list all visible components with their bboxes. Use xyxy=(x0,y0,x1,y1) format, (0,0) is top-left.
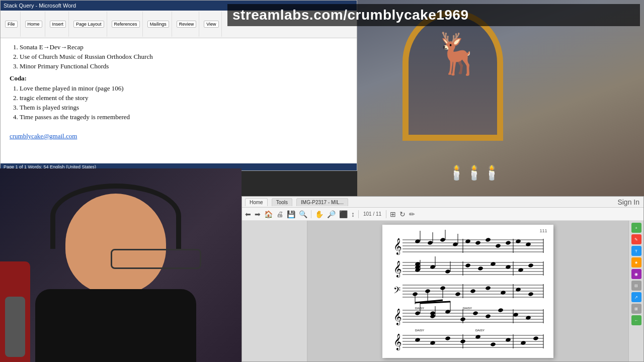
webcam-feed xyxy=(0,168,242,362)
streamlabs-url: streamlabs.com/crumblycake1969 xyxy=(227,7,469,23)
pdf-fit-btn[interactable]: ⊞ xyxy=(389,210,397,218)
pdf-annot-btn[interactable]: ✏ xyxy=(408,210,416,218)
pdf-score-page: 111 𝄞 xyxy=(382,225,553,358)
ribbon-file: File xyxy=(3,12,21,37)
toolbar-separator xyxy=(311,210,311,218)
pdf-hand-btn[interactable]: ✋ xyxy=(314,210,325,218)
candles-decoration: 🕯️🕯️🕯️ xyxy=(448,164,501,181)
coda-label: Coda: xyxy=(10,74,348,82)
coda-item-1: Love theme played in minor (page 106) xyxy=(20,84,348,93)
view-btn[interactable]: View xyxy=(204,21,218,28)
coda-item-4: Time passes as the tragedy is remembered xyxy=(20,113,348,121)
pdf-tab-tools[interactable]: Tools xyxy=(272,198,292,206)
pre-coda-list: Sonata E→Dev→Recap Use of Church Music o… xyxy=(20,43,348,70)
list-item-3: Minor Primary Functional Chords xyxy=(20,62,348,70)
pdf-tool-6[interactable]: ⊟ xyxy=(631,281,641,291)
pdf-back-btn[interactable]: ⬅ xyxy=(244,210,252,218)
room-background: 🦌 🕯️🕯️🕯️ xyxy=(357,0,644,196)
person-figure xyxy=(25,184,216,354)
list-item-1: Sonata E→Dev→Recap xyxy=(20,43,348,51)
pdf-tool-8[interactable]: ⊞ xyxy=(631,304,641,314)
email-link[interactable]: crumblycake@gmail.com xyxy=(10,132,77,140)
pdf-toolbar: ⬅ ➡ 🏠 🖨 💾 🔍 ✋ 🔎 ⬛ ↕ 101 / 11 ⊞ ↻ ✏ xyxy=(242,208,643,221)
pdf-titlebar: Home Tools IMG-P2317 - MIL... Sign In xyxy=(242,197,643,208)
toolbar-separator-2 xyxy=(358,210,359,218)
pdf-zoom-btn[interactable]: 🔎 xyxy=(326,210,337,218)
pdf-page-number: 101 / 11 xyxy=(361,211,383,217)
coda-item-3: Them is played strings xyxy=(20,104,348,112)
ribbon-insert: Insert xyxy=(47,12,69,37)
pdf-tab-home[interactable]: Home xyxy=(245,198,268,206)
pdf-home-btn[interactable]: 🏠 xyxy=(263,210,274,218)
pdf-rotate-btn[interactable]: ↻ xyxy=(398,210,407,218)
svg-text:DAISY: DAISY xyxy=(463,307,472,310)
review-btn[interactable]: Review xyxy=(177,21,197,28)
pdf-tool-4[interactable]: ★ xyxy=(631,257,641,267)
pdf-print-btn[interactable]: 🖨 xyxy=(275,210,284,218)
svg-text:DAISY: DAISY xyxy=(415,329,424,332)
pdf-signin-btn[interactable]: Sign In xyxy=(616,198,640,206)
pdf-forward-btn[interactable]: ➡ xyxy=(254,210,262,218)
pdf-pan-btn[interactable]: ↕ xyxy=(350,210,356,218)
pdf-left-panel xyxy=(242,221,307,361)
file-btn[interactable]: File xyxy=(5,21,18,28)
pdf-tool-5[interactable]: ◉ xyxy=(631,269,641,279)
microphone-arm xyxy=(5,297,25,357)
pdf-tool-3[interactable]: T xyxy=(631,246,641,256)
ribbon-pagelayout: Page Layout xyxy=(71,12,107,37)
pdf-tab-file[interactable]: IMG-P2317 - MIL... xyxy=(296,198,348,206)
deer-head-decoration: 🦌 xyxy=(433,30,483,77)
pdf-tool-7[interactable]: ↗ xyxy=(631,292,641,302)
streamlabs-overlay: streamlabs.com/crumblycake1969 xyxy=(227,4,640,26)
pagelayout-btn[interactable]: Page Layout xyxy=(73,21,104,28)
pdf-main-view: 111 𝄞 xyxy=(307,221,628,361)
pdf-search-btn[interactable]: 🔍 xyxy=(298,210,308,218)
svg-text:DAISY: DAISY xyxy=(415,307,424,310)
music-score-svg: 111 𝄞 xyxy=(382,225,553,358)
pdf-tool-1[interactable]: + xyxy=(631,223,641,233)
svg-text:𝄞: 𝄞 xyxy=(393,308,402,326)
pdf-content-area: 111 𝄞 xyxy=(242,221,643,361)
home-btn[interactable]: Home xyxy=(25,21,42,28)
list-item-2: Use of Church Music of Russian Orthodox … xyxy=(20,53,348,61)
glasses xyxy=(111,249,201,269)
svg-text:𝄞: 𝄞 xyxy=(393,333,402,351)
svg-text:𝄞: 𝄞 xyxy=(393,260,402,278)
ribbon-view: View xyxy=(201,12,221,37)
svg-text:𝄢: 𝄢 xyxy=(393,285,400,298)
ribbon-home: Home xyxy=(23,12,45,37)
word-title-text: Stack Query - Microsoft Word xyxy=(4,3,76,9)
pdf-tool-2[interactable]: ✎ xyxy=(631,234,641,244)
toolbar-separator-3 xyxy=(386,210,386,218)
pdf-viewer: Home Tools IMG-P2317 - MIL... Sign In ⬅ … xyxy=(242,196,644,362)
pdf-tool-9[interactable]: ← xyxy=(631,315,641,325)
pdf-select-btn[interactable]: ⬛ xyxy=(338,210,349,218)
pdf-save-btn[interactable]: 💾 xyxy=(286,210,296,218)
person-head xyxy=(65,194,166,294)
mailings-btn[interactable]: Mailings xyxy=(147,21,169,28)
insert-btn[interactable]: Insert xyxy=(50,21,66,28)
svg-text:𝄞: 𝄞 xyxy=(393,238,402,255)
coda-item-2: tragic element of the story xyxy=(20,94,348,102)
ribbon-references: References xyxy=(109,12,143,37)
word-document: Sonata E→Dev→Recap Use of Church Music o… xyxy=(1,38,357,163)
coda-list: Love theme played in minor (page 106) tr… xyxy=(20,84,348,121)
person-body xyxy=(35,289,196,362)
ribbon-review: Review xyxy=(174,12,200,37)
svg-text:DAISY: DAISY xyxy=(475,329,485,332)
references-btn[interactable]: References xyxy=(112,21,140,28)
pdf-right-panel: + ✎ T ★ ◉ ⊟ ↗ ⊞ ← xyxy=(628,221,643,361)
svg-text:111: 111 xyxy=(539,228,547,233)
ribbon-mailings: Mailings xyxy=(145,12,172,37)
